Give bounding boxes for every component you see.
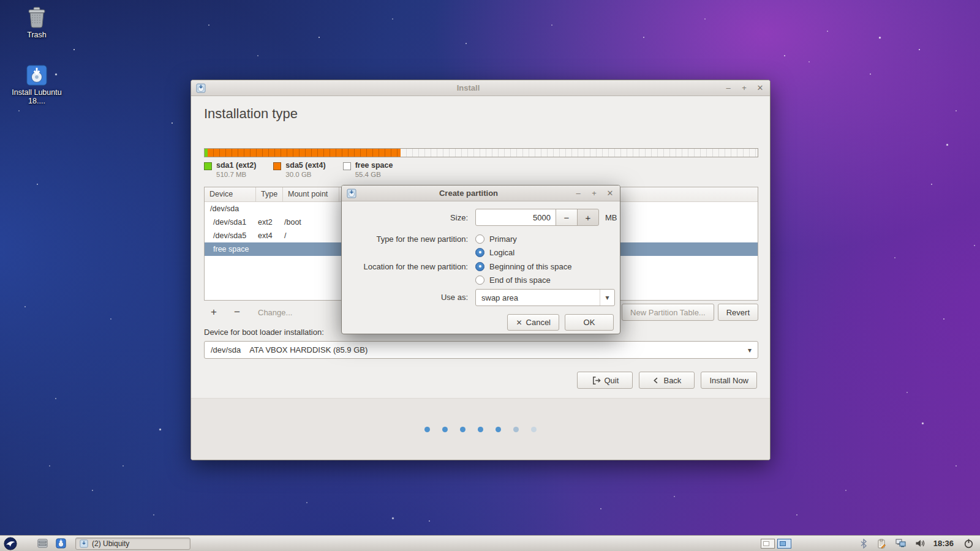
- create-partition-dialog: Create partition – + ✕ Size: − + MB Type…: [341, 185, 620, 334]
- size-label: Size:: [342, 213, 468, 222]
- cancel-button[interactable]: ✕ Cancel: [507, 314, 559, 331]
- use-as-value: swap area: [481, 293, 600, 302]
- size-unit-label: MB: [605, 213, 617, 222]
- wizard-footer: [191, 398, 770, 460]
- installer-window-icon: [196, 83, 206, 93]
- install-window-titlebar[interactable]: Install – + ✕: [191, 80, 770, 96]
- legend-size: 30.0 GB: [285, 171, 325, 178]
- dialog-titlebar[interactable]: Create partition – + ✕: [342, 186, 620, 201]
- menu-button[interactable]: [4, 537, 17, 550]
- minimize-icon[interactable]: –: [573, 189, 583, 198]
- legend-label: sda5 (ext4): [285, 161, 325, 170]
- boot-device-description: ATA VBOX HARDDISK (85.9 GB): [249, 345, 368, 354]
- remove-partition-button[interactable]: −: [227, 304, 247, 321]
- size-decrement-button[interactable]: −: [556, 209, 578, 226]
- power-icon[interactable]: [963, 538, 974, 549]
- use-as-select[interactable]: swap area ▾: [475, 289, 615, 306]
- change-partition-button[interactable]: Change...: [251, 304, 300, 321]
- desktop-icon-install[interactable]: Install Lubuntu 18....: [11, 64, 62, 105]
- column-header-device[interactable]: Device: [205, 187, 256, 201]
- installer-launcher-icon[interactable]: [55, 538, 67, 549]
- stars-layer: [0, 0, 2, 2]
- installer-icon: [25, 64, 48, 87]
- close-icon[interactable]: ✕: [605, 189, 615, 198]
- close-icon[interactable]: ✕: [755, 83, 765, 93]
- clock[interactable]: 18:36: [933, 539, 954, 548]
- maximize-icon[interactable]: +: [589, 189, 599, 198]
- minimize-icon[interactable]: –: [723, 83, 733, 93]
- desktop-background: Trash Install Lubuntu 18.... Install – +…: [0, 0, 980, 551]
- ok-button[interactable]: OK: [565, 314, 614, 331]
- size-input[interactable]: [475, 209, 556, 226]
- chevron-down-icon: ▾: [748, 346, 752, 354]
- volume-icon[interactable]: [915, 539, 925, 548]
- legend-size: 55.4 GB: [355, 171, 393, 178]
- column-header-type[interactable]: Type: [256, 187, 283, 201]
- mini-window-icon: [763, 541, 769, 546]
- install-now-label: Install Now: [709, 376, 748, 385]
- radio-logical[interactable]: Logical: [475, 246, 514, 258]
- progress-dot: [496, 427, 501, 432]
- use-as-label: Use as:: [342, 293, 468, 302]
- progress-dot: [460, 427, 466, 432]
- legend-size: 510.7 MB: [216, 171, 256, 178]
- cell-device: /dev/sda1: [205, 218, 256, 227]
- add-partition-button[interactable]: +: [204, 304, 224, 321]
- clipboard-icon[interactable]: [876, 539, 886, 549]
- radio-icon: [475, 234, 484, 244]
- pager-desktop-2[interactable]: [777, 539, 791, 549]
- quit-button[interactable]: Quit: [577, 372, 633, 389]
- radio-beginning[interactable]: Beginning of this space: [475, 260, 571, 272]
- boot-device-name: /dev/sda: [211, 345, 241, 354]
- radio-label: Beginning of this space: [489, 262, 571, 271]
- progress-dot: [424, 427, 430, 432]
- pager-desktop-1[interactable]: [761, 539, 775, 549]
- size-increment-button[interactable]: +: [577, 209, 599, 226]
- cell-mount-point: /boot: [283, 218, 339, 227]
- window-title: Install: [216, 83, 721, 92]
- taskbar-task-ubiquity[interactable]: (2) Ubiquity: [75, 538, 190, 550]
- ok-label: OK: [584, 318, 595, 327]
- progress-dots: [191, 427, 770, 432]
- boot-loader-label: Device for boot loader installation:: [204, 328, 324, 337]
- mini-window-icon: [780, 541, 786, 546]
- radio-selected-icon: [475, 248, 484, 257]
- page-title: Installation type: [204, 106, 298, 122]
- partition-segment-sda5: [208, 149, 400, 157]
- progress-dot: [478, 427, 483, 432]
- location-label: Location for the new partition:: [342, 262, 468, 271]
- bluetooth-icon[interactable]: [860, 539, 867, 549]
- radio-primary[interactable]: Primary: [475, 233, 517, 245]
- legend-item: sda1 (ext2) 510.7 MB: [204, 161, 256, 178]
- legend-item: sda5 (ext4) 30.0 GB: [273, 161, 325, 178]
- new-partition-table-button[interactable]: New Partition Table...: [622, 304, 714, 321]
- legend-label: sda1 (ext2): [216, 161, 256, 170]
- partition-segment-free: [401, 149, 758, 157]
- file-manager-icon[interactable]: [37, 538, 48, 549]
- dialog-title: Create partition: [366, 189, 571, 198]
- legend-item: free space 55.4 GB: [343, 161, 393, 178]
- back-button[interactable]: Back: [639, 372, 695, 389]
- install-now-button[interactable]: Install Now: [701, 372, 757, 389]
- cell-device: /dev/sda: [205, 204, 256, 213]
- trash-icon: [24, 5, 49, 29]
- back-label: Back: [663, 376, 681, 385]
- legend-swatch-sda1: [204, 162, 212, 170]
- radio-label: Primary: [489, 234, 517, 244]
- legend-label: free space: [355, 161, 393, 170]
- column-header-mount-point[interactable]: Mount point: [283, 187, 339, 201]
- legend-swatch-free: [343, 162, 351, 170]
- cell-type: ext2: [256, 218, 283, 227]
- installer-window-icon: [347, 189, 356, 198]
- task-window-icon: [80, 539, 88, 548]
- partition-bar: [204, 148, 758, 157]
- maximize-icon[interactable]: +: [739, 83, 749, 93]
- boot-loader-device-select[interactable]: /dev/sda ATA VBOX HARDDISK (85.9 GB) ▾: [204, 341, 758, 359]
- desktop-icon-trash[interactable]: Trash: [11, 5, 62, 39]
- revert-button[interactable]: Revert: [718, 304, 758, 321]
- radio-end[interactable]: End of this space: [475, 274, 551, 286]
- network-icon[interactable]: [895, 539, 906, 548]
- radio-label: Logical: [489, 248, 514, 257]
- quit-icon: [592, 376, 601, 385]
- legend-swatch-sda5: [273, 162, 281, 170]
